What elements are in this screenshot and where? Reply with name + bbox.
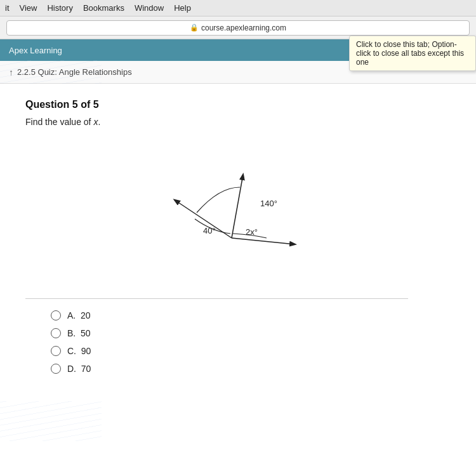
radio-c[interactable]	[51, 346, 61, 356]
answer-b-label: B. 50	[67, 328, 91, 338]
angle-140-label: 140°	[260, 199, 277, 208]
diagram-area: 140° 40° 2x°	[149, 140, 327, 279]
angle-2x-label: 2x°	[246, 227, 258, 237]
answer-d-label: D. 70	[67, 364, 91, 374]
menu-bookmarks[interactable]: Bookmarks	[83, 3, 124, 13]
svg-line-2	[232, 238, 295, 244]
answer-c[interactable]: C. 90	[51, 346, 451, 356]
radio-b[interactable]	[51, 328, 61, 338]
radio-a[interactable]	[51, 310, 61, 321]
menu-bar: it View History Bookmarks Window Help	[0, 0, 476, 17]
url-box[interactable]: 🔒 course.apexlearning.com	[6, 20, 470, 36]
lock-icon: 🔒	[190, 23, 199, 32]
main-content: Question 5 of 5 Find the value of x.	[0, 84, 476, 401]
svg-line-1	[232, 175, 243, 238]
tooltip-popup: Click to close this tab; Option-click to…	[349, 36, 476, 71]
breadcrumb-icon: ↑	[9, 67, 13, 77]
menu-help[interactable]: Help	[174, 3, 191, 13]
question-header: Question 5 of 5	[25, 99, 451, 110]
radio-d[interactable]	[51, 364, 61, 374]
answer-choices: A. 20 B. 50 C. 90 D. 70	[25, 310, 451, 374]
question-text: Find the value of x.	[25, 117, 451, 127]
angle-40-label: 40°	[203, 226, 216, 235]
divider	[25, 298, 408, 299]
answer-c-label: C. 90	[67, 346, 91, 356]
url-text: course.apexlearning.com	[201, 23, 286, 32]
answer-b[interactable]: B. 50	[51, 328, 451, 338]
menu-view[interactable]: View	[20, 3, 37, 13]
answer-d[interactable]: D. 70	[51, 364, 451, 374]
answer-a-label: A. 20	[67, 310, 91, 321]
menu-history[interactable]: History	[47, 3, 72, 13]
angle-diagram: 140° 40° 2x°	[149, 140, 327, 279]
menu-window[interactable]: Window	[135, 3, 164, 13]
breadcrumb-text: 2.2.5 Quiz: Angle Relationships	[17, 67, 132, 77]
answer-a[interactable]: A. 20	[51, 310, 451, 321]
menu-it[interactable]: it	[5, 3, 10, 13]
site-title: Apex Learning	[9, 46, 62, 55]
tooltip-text: Click to close this tab; Option-click to…	[356, 40, 464, 67]
